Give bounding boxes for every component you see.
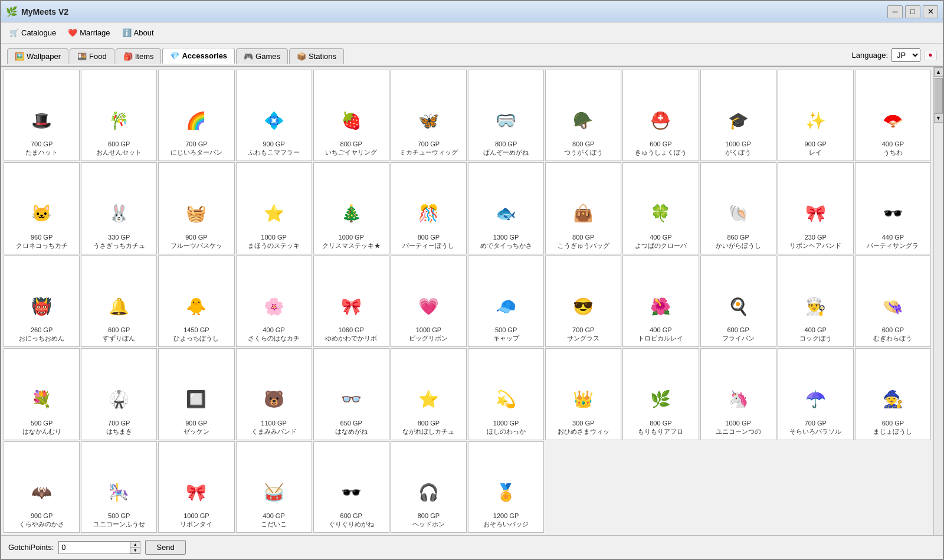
item-card-53[interactable]: 🎧800 GPヘッドホン (391, 441, 467, 533)
item-card-15[interactable]: ⭐1000 GPまほうのステッキ (236, 162, 312, 254)
item-price-19: 800 GP (572, 234, 594, 241)
item-card-37[interactable]: 🥋700 GPはちまき (81, 348, 157, 440)
item-card-46[interactable]: ☂️700 GPそらいろパラソル (778, 348, 854, 440)
item-card-28[interactable]: 🎀1060 GPゆめかわでかリボ (313, 256, 389, 347)
send-button[interactable]: Send (145, 540, 185, 555)
menu-catalogue[interactable]: 🛒 Catalogue (5, 26, 61, 40)
accessories-tab-label: Accessories (182, 51, 227, 60)
tab-items[interactable]: 🎒 Items (116, 48, 162, 64)
item-card-5[interactable]: 🦋700 GPミカチューウィッグ (391, 70, 467, 161)
item-price-43: 300 GP (572, 420, 594, 427)
item-card-7[interactable]: 🪖800 GPつうがくぼう (545, 70, 621, 161)
item-card-32[interactable]: 🌺400 GPトロピカルレイ (622, 256, 699, 347)
item-card-12[interactable]: 🐱960 GPクロネコっちカチ (4, 162, 80, 254)
item-card-35[interactable]: 👒600 GPむぎわらぼう (855, 256, 931, 347)
games-tab-label: Games (255, 52, 280, 61)
item-card-48[interactable]: 🦇900 GPくらやみのかさ (4, 441, 80, 533)
item-price-50: 1000 GP (183, 512, 209, 519)
close-button[interactable]: ✕ (923, 5, 938, 18)
item-card-34[interactable]: 👨‍🍳400 GPコックぼう (778, 256, 854, 347)
tab-wallpaper[interactable]: 🖼️ Wallpaper (7, 48, 68, 64)
item-card-47[interactable]: 🧙600 GPまじょぼうし (855, 348, 931, 440)
accessories-tab-icon: 💎 (170, 51, 179, 60)
item-card-4[interactable]: 🍓800 GPいちごイヤリング (313, 70, 389, 161)
item-card-51[interactable]: 🥁400 GPこだいこ (236, 441, 312, 533)
item-card-11[interactable]: 🪭400 GPうちわ (855, 70, 931, 161)
language-label: Language: (852, 51, 888, 60)
item-price-2: 700 GP (185, 140, 207, 148)
item-name-34: コックぼう (799, 334, 832, 343)
scrollbar-down-button[interactable]: ▼ (934, 113, 943, 123)
item-card-2[interactable]: 🌈700 GPにじいろターバン (158, 70, 234, 161)
item-card-18[interactable]: 🐟1300 GPめでタイっちかさ (468, 162, 544, 254)
scrollbar-up-button[interactable]: ▲ (934, 67, 943, 77)
item-card-27[interactable]: 🌸400 GPさくらのはなカチ (236, 256, 312, 347)
item-card-6[interactable]: 🥽800 GPぱんぞーめがね (468, 70, 544, 161)
item-card-33[interactable]: 🍳600 GPフライパン (700, 256, 776, 347)
tab-accessories[interactable]: 💎 Accessories (162, 48, 235, 64)
item-card-39[interactable]: 🐻1100 GPくまみみバンド (236, 348, 312, 440)
tab-food[interactable]: 🍱 Food (70, 48, 114, 64)
item-card-3[interactable]: 💠900 GPふわもこマフラー (236, 70, 312, 161)
item-price-45: 1000 GP (725, 420, 750, 427)
item-card-20[interactable]: 🍀400 GPよつばのクローバ (622, 162, 699, 254)
menu-marriage[interactable]: ❤️ Marriage (63, 26, 114, 40)
item-card-50[interactable]: 🎀1000 GPリボンタイ (158, 441, 234, 533)
tab-games[interactable]: 🎮 Games (236, 48, 288, 64)
item-card-31[interactable]: 😎700 GPサングラス (545, 256, 621, 347)
item-card-25[interactable]: 🔔600 GPすずりぼん (81, 256, 157, 347)
item-card-29[interactable]: 💗1000 GPビッグリボン (391, 256, 467, 347)
item-card-24[interactable]: 👹260 GPおにっちおめん (4, 256, 80, 347)
item-name-20: よつばのクローバ (635, 241, 687, 250)
item-name-26: ひよっちぼうし (173, 334, 219, 343)
item-card-23[interactable]: 🕶️440 GPパーティサングラ (855, 162, 931, 254)
item-card-45[interactable]: 🦄1000 GPユニコーンつの (700, 348, 776, 440)
item-card-30[interactable]: 🧢500 GPキャップ (468, 256, 544, 347)
item-card-0[interactable]: 🎩700 GPたまハット (4, 70, 80, 161)
item-card-13[interactable]: 🐰330 GPうさぎっちカチュ (81, 162, 157, 254)
item-card-17[interactable]: 🎊800 GPパーティーぼうし (391, 162, 467, 254)
item-card-10[interactable]: ✨900 GPレイ (778, 70, 854, 161)
item-price-51: 400 GP (263, 512, 284, 519)
item-card-44[interactable]: 🌿800 GPもりもりアフロ (622, 348, 699, 440)
item-card-38[interactable]: 🔲900 GPゼッケン (158, 348, 234, 440)
minimize-button[interactable]: ─ (887, 5, 903, 18)
spin-down-button[interactable]: ▼ (130, 548, 140, 554)
item-card-8[interactable]: ⛑️600 GPきゅうしょくぼう (622, 70, 699, 161)
item-card-22[interactable]: 🎀230 GPリボンヘアバンド (778, 162, 854, 254)
item-card-43[interactable]: 👑300 GPおひめさまウィッ (545, 348, 621, 440)
maximize-button[interactable]: □ (905, 5, 920, 18)
item-name-49: ユニコーンふうせ (93, 520, 145, 529)
points-input[interactable] (59, 542, 130, 554)
tab-stations[interactable]: 📦 Stations (289, 48, 344, 64)
item-card-21[interactable]: 🐚860 GPかいがらぼうし (700, 162, 776, 254)
item-icon-16: 🎄 (333, 196, 369, 231)
item-card-54[interactable]: 🏅1200 GPおそろいバッジ (468, 441, 544, 533)
item-card-9[interactable]: 🎓1000 GPがくぼう (700, 70, 776, 161)
item-card-41[interactable]: ⭐800 GPながれぼしカチュ (391, 348, 467, 440)
item-name-32: トロピカルレイ (638, 334, 683, 343)
items-tab-icon: 🎒 (123, 52, 133, 61)
item-card-1[interactable]: 🎋600 GPおんせんセット (81, 70, 157, 161)
menu-about[interactable]: ℹ️ About (117, 26, 159, 40)
item-icon-39: 🐻 (256, 382, 291, 417)
item-icon-46: ☂️ (798, 382, 833, 417)
item-price-10: 900 GP (805, 140, 827, 148)
item-card-40[interactable]: 👓650 GPはなめがね (313, 348, 389, 440)
item-price-6: 800 GP (495, 140, 517, 148)
item-card-42[interactable]: 💫1000 GPほしのわっか (468, 348, 544, 440)
language-select[interactable]: JP EN (891, 48, 920, 62)
item-card-16[interactable]: 🎄1000 GPクリスマステッキ★ (313, 162, 389, 254)
item-icon-51: 🥁 (256, 474, 291, 510)
item-card-14[interactable]: 🧺900 GPフルーツバスケッ (158, 162, 234, 254)
item-price-0: 700 GP (31, 140, 53, 148)
scrollbar-thumb[interactable] (935, 78, 943, 113)
item-card-36[interactable]: 💐500 GPはなかんむり (4, 348, 80, 440)
item-card-52[interactable]: 🕶️600 GPぐりぐりめがね (313, 441, 389, 533)
item-card-49[interactable]: 🎠500 GPユニコーンふうせ (81, 441, 157, 533)
item-card-26[interactable]: 🐥1450 GPひよっちぼうし (158, 256, 234, 347)
item-icon-5: 🦋 (411, 103, 446, 138)
item-card-19[interactable]: 👜800 GPこうぎゅうバッグ (545, 162, 621, 254)
item-name-11: うちわ (883, 148, 903, 157)
spin-up-button[interactable]: ▲ (130, 542, 140, 548)
